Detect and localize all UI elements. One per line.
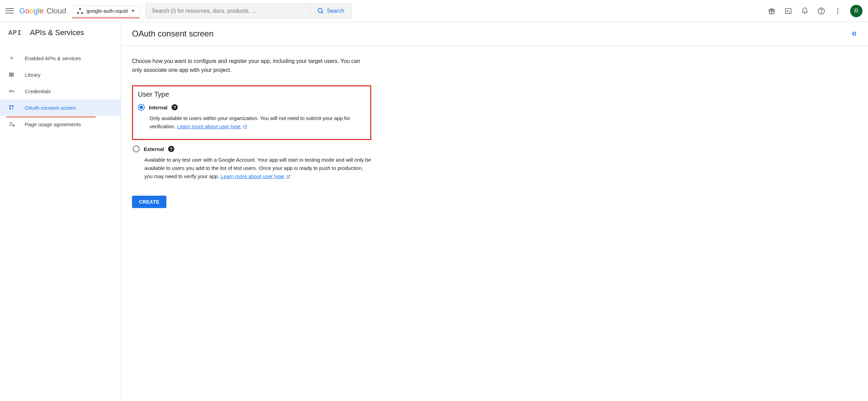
sidebar-item-label: OAuth consent screen <box>25 105 76 111</box>
key-icon <box>8 88 15 95</box>
avatar-initial: R <box>854 8 858 14</box>
project-name: google-auth-squid <box>87 8 128 14</box>
search-icon <box>317 8 324 14</box>
sidebar-item-label: Page usage agreements <box>25 121 81 127</box>
create-button[interactable]: CREATE <box>132 196 166 208</box>
notifications-icon[interactable] <box>801 7 809 15</box>
svg-point-15 <box>9 90 11 92</box>
sidebar-title: APIs & Services <box>30 28 84 37</box>
google-cloud-logo[interactable]: Google Cloud <box>19 7 66 15</box>
svg-point-10 <box>837 10 838 12</box>
radio-external[interactable]: External ? <box>133 145 371 152</box>
help-icon[interactable]: ? <box>168 146 174 152</box>
sidebar-item-library[interactable]: Library <box>0 66 121 83</box>
sidebar-item-label: Enabled APIs & services <box>25 55 81 61</box>
radio-button-unchecked-icon[interactable] <box>133 145 140 152</box>
agreements-icon <box>8 121 15 128</box>
more-vert-icon[interactable] <box>834 7 842 15</box>
main-header: OAuth consent screen <box>121 22 868 45</box>
svg-rect-19 <box>9 105 11 107</box>
svg-rect-21 <box>9 108 11 110</box>
user-type-heading: User Type <box>138 90 365 98</box>
cloud-shell-icon[interactable] <box>784 7 792 15</box>
svg-rect-20 <box>12 105 14 107</box>
radio-internal[interactable]: Internal ? <box>138 104 365 111</box>
external-link-icon <box>243 124 248 129</box>
svg-rect-13 <box>11 73 12 77</box>
svg-rect-22 <box>12 108 14 110</box>
search-input[interactable] <box>146 8 310 14</box>
learn-more-external-link[interactable]: Learn more about user type <box>221 173 291 179</box>
radio-external-label: External <box>144 146 164 152</box>
chevron-down-icon <box>131 10 135 12</box>
svg-point-11 <box>837 12 838 14</box>
top-bar: Google Cloud google-auth-squid Search <box>0 0 868 22</box>
user-type-highlight-box: User Type Internal ? Only available to u… <box>132 85 371 140</box>
body-wrap: API APIs & Services Enabled APIs & servi… <box>0 22 868 401</box>
sidebar-item-page-usage[interactable]: Page usage agreements <box>0 116 121 132</box>
external-block: External ? Available to any test user wi… <box>132 143 371 181</box>
enabled-apis-icon <box>8 55 15 62</box>
sidebar-header: API APIs & Services <box>0 22 121 44</box>
svg-rect-14 <box>12 73 13 77</box>
sidebar-item-oauth-consent[interactable]: OAuth consent screen <box>0 99 121 116</box>
radio-button-checked-icon[interactable] <box>138 104 145 111</box>
account-avatar[interactable]: R <box>850 5 862 17</box>
content: Choose how you want to configure and reg… <box>121 46 382 219</box>
hamburger-menu-icon[interactable] <box>6 7 14 15</box>
svg-rect-12 <box>9 73 10 77</box>
sidebar-item-credentials[interactable]: Credentials <box>0 83 121 99</box>
sidebar-item-label: Credentials <box>25 88 51 94</box>
library-icon <box>8 71 15 78</box>
svg-line-1 <box>321 12 323 13</box>
svg-point-9 <box>837 8 838 9</box>
hide-panel-icon[interactable] <box>850 30 857 37</box>
sidebar-nav: Enabled APIs & services Library Credenti… <box>0 44 121 132</box>
logo-cloud-text: Cloud <box>46 7 66 15</box>
external-link-icon <box>286 174 291 179</box>
svg-point-8 <box>821 12 821 13</box>
radio-internal-label: Internal <box>149 105 167 110</box>
help-icon[interactable]: ? <box>172 104 178 110</box>
learn-more-internal-link[interactable]: Learn more about user type <box>177 123 247 129</box>
help-icon[interactable] <box>817 7 825 15</box>
consent-screen-icon <box>8 104 15 111</box>
search-bar: Search <box>145 3 352 19</box>
project-icon <box>77 8 83 14</box>
annotation-underline <box>72 18 140 18</box>
sidebar-item-label: Library <box>25 72 41 78</box>
project-picker[interactable]: google-auth-squid <box>72 6 140 17</box>
external-description: Available to any test user with a Google… <box>133 156 371 181</box>
search-button[interactable]: Search <box>310 4 351 18</box>
api-badge: API <box>8 29 22 37</box>
page-title: OAuth consent screen <box>132 29 213 39</box>
topbar-right: R <box>768 5 862 17</box>
intro-text: Choose how you want to configure and reg… <box>132 57 371 74</box>
search-button-label: Search <box>327 8 344 14</box>
sidebar: API APIs & Services Enabled APIs & servi… <box>0 22 121 401</box>
sidebar-item-enabled-apis[interactable]: Enabled APIs & services <box>0 50 121 66</box>
gift-icon[interactable] <box>768 7 776 15</box>
svg-point-0 <box>318 8 322 12</box>
main: OAuth consent screen Choose how you want… <box>121 22 868 401</box>
internal-description: Only available to users within your orga… <box>138 114 365 131</box>
